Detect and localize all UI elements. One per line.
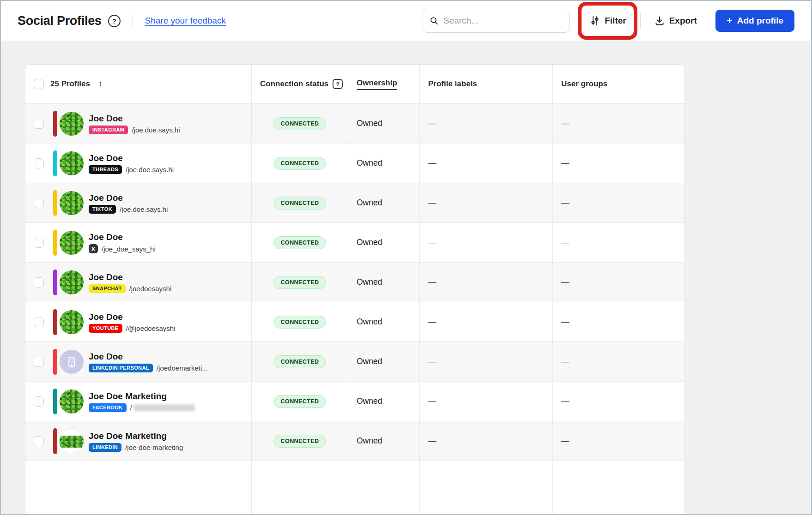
- add-profile-button[interactable]: + Add profile: [715, 10, 794, 32]
- toolbar: Filter Export + Add profile: [423, 9, 794, 33]
- profile-name: Joe Doe: [89, 113, 180, 124]
- ownership-value: Owned: [348, 144, 419, 183]
- connected-badge: CONNECTED: [273, 395, 327, 408]
- sort-ascending-icon[interactable]: ↑: [98, 79, 103, 89]
- profile-row[interactable]: Joe Doe THREADS /joe.doe.says.hi CONNECT…: [25, 143, 685, 183]
- search-box[interactable]: [423, 9, 570, 33]
- profile-row[interactable]: Joe Doe YOUTUBE /@joedoesayshi CONNECTED…: [25, 302, 685, 341]
- filter-button[interactable]: Filter: [585, 12, 630, 30]
- ownership-label: Ownership: [357, 78, 397, 90]
- threads-badge: THREADS: [89, 165, 122, 174]
- profile-handle: /joedoesayshi: [129, 285, 172, 293]
- user-groups-value: —: [552, 421, 685, 461]
- table-header-row: 25 Profiles ↑ Connection status ? Owners…: [25, 65, 685, 103]
- column-header-connection-status: Connection status ?: [251, 65, 348, 103]
- page-help-icon[interactable]: ?: [108, 15, 121, 27]
- user-groups-value: —: [552, 342, 685, 381]
- profile-handle: /joe.doe.says.hi: [126, 166, 174, 174]
- row-checkbox[interactable]: [34, 436, 44, 446]
- connection-status-help-icon[interactable]: ?: [333, 79, 343, 89]
- profile-row[interactable]: Joe Doe TIKTOK /joe.doe.says.hi CONNECTE…: [25, 183, 685, 222]
- snapchat-badge: SNAPCHAT: [89, 284, 126, 293]
- profile-name: Joe Doe: [89, 232, 156, 243]
- select-all-checkbox[interactable]: [34, 79, 44, 89]
- profile-name: Joe Doe Marketing: [89, 431, 183, 442]
- row-checkbox[interactable]: [34, 277, 44, 287]
- profile-color-bar: [53, 230, 57, 256]
- profile-color-bar: [53, 150, 57, 176]
- toolbar-divider: [640, 13, 641, 29]
- x-platform-icon: X: [89, 244, 98, 253]
- user-groups-value: —: [552, 263, 685, 302]
- title-divider: [133, 14, 133, 28]
- ownership-value: Owned: [348, 263, 419, 302]
- connected-badge: CONNECTED: [273, 236, 327, 249]
- column-header-ownership[interactable]: Ownership: [348, 65, 419, 103]
- connected-badge: CONNECTED: [273, 197, 327, 210]
- ownership-value: Owned: [348, 104, 419, 143]
- search-input[interactable]: [443, 16, 563, 26]
- profile-avatar: [60, 231, 84, 255]
- facebook-badge: FACEBOOK: [89, 403, 127, 412]
- column-header-profile-labels: Profile labels: [419, 65, 552, 103]
- linkedin-personal-badge: LINKEDIN PERSONAL: [89, 364, 153, 372]
- connected-badge: CONNECTED: [273, 316, 327, 329]
- user-groups-value: —: [552, 302, 685, 341]
- user-groups-value: —: [552, 144, 685, 183]
- row-checkbox[interactable]: [34, 238, 44, 248]
- ownership-value: Owned: [348, 183, 419, 222]
- profile-handle: /joedoemarketi...: [157, 364, 208, 372]
- profile-row[interactable]: Joe Doe Marketing LINKEDIN /joe-doe-mark…: [25, 421, 685, 461]
- profile-labels-value: —: [419, 342, 552, 381]
- row-checkbox[interactable]: [34, 119, 44, 129]
- ownership-value: Owned: [348, 421, 419, 461]
- row-checkbox[interactable]: [34, 158, 44, 168]
- connected-badge: CONNECTED: [273, 117, 327, 130]
- profile-handle: /: [130, 404, 132, 412]
- row-checkbox[interactable]: [34, 396, 44, 407]
- profiles-table: 25 Profiles ↑ Connection status ? Owners…: [25, 64, 685, 515]
- tiktok-badge: TIKTOK: [89, 205, 116, 214]
- profile-row[interactable]: Joe Doe Marketing FACEBOOK / CONNECTED O…: [25, 381, 685, 421]
- plus-icon: +: [727, 16, 733, 26]
- profile-row[interactable]: Joe Doe SNAPCHAT /joedoesayshi CONNECTED…: [25, 262, 685, 302]
- profile-color-bar: [53, 309, 57, 335]
- profile-row[interactable]: Joe Doe LINKEDIN PERSONAL /joedoemarketi…: [25, 341, 685, 381]
- profile-handle: /@joedoesayshi: [126, 324, 176, 332]
- profile-color-bar: [53, 190, 57, 216]
- profile-row[interactable]: Joe Doe X /joe_doe_says_hi CONNECTED Own…: [25, 222, 685, 262]
- profile-name: Joe Doe: [89, 351, 208, 362]
- connection-status-label: Connection status: [260, 79, 328, 89]
- profile-handle: /joe_doe_says_hi: [102, 245, 156, 253]
- youtube-badge: YOUTUBE: [89, 324, 122, 333]
- profile-avatar: [60, 191, 84, 215]
- profiles-count-header: 25 Profiles ↑: [25, 65, 251, 103]
- profile-row[interactable]: Joe Doe INSTAGRAM /joe.doe.says.hi CONNE…: [25, 103, 685, 143]
- profile-avatar: [60, 151, 84, 175]
- app-window: Social Profiles ? Share your feedback: [0, 0, 812, 515]
- export-button[interactable]: Export: [650, 12, 702, 30]
- row-checkbox[interactable]: [34, 357, 44, 367]
- profile-labels-value: —: [419, 382, 552, 421]
- ownership-value: Owned: [348, 223, 419, 262]
- profile-labels-value: —: [419, 421, 552, 461]
- row-checkbox[interactable]: [34, 198, 44, 208]
- profile-name: Joe Doe Marketing: [89, 391, 195, 402]
- profile-color-bar: [53, 389, 57, 414]
- instagram-badge: INSTAGRAM: [89, 126, 128, 134]
- profile-name: Joe Doe: [89, 272, 171, 283]
- profile-avatar: [60, 389, 84, 413]
- profile-handle: /joe.doe.says.hi: [132, 126, 180, 134]
- ownership-value: Owned: [348, 302, 419, 341]
- row-checkbox[interactable]: [34, 317, 44, 327]
- profile-labels-value: —: [419, 183, 552, 222]
- company-placeholder-avatar: [60, 350, 84, 374]
- page-title: Social Profiles: [18, 14, 102, 28]
- share-feedback-link[interactable]: Share your feedback: [145, 16, 226, 26]
- filter-button-wrap: Filter: [585, 12, 630, 30]
- top-bar: Social Profiles ? Share your feedback: [1, 1, 811, 41]
- building-icon: [65, 355, 78, 368]
- user-groups-value: —: [552, 183, 685, 222]
- profile-avatar: [60, 310, 84, 334]
- profile-handle: /joe-doe-marketing: [125, 443, 183, 451]
